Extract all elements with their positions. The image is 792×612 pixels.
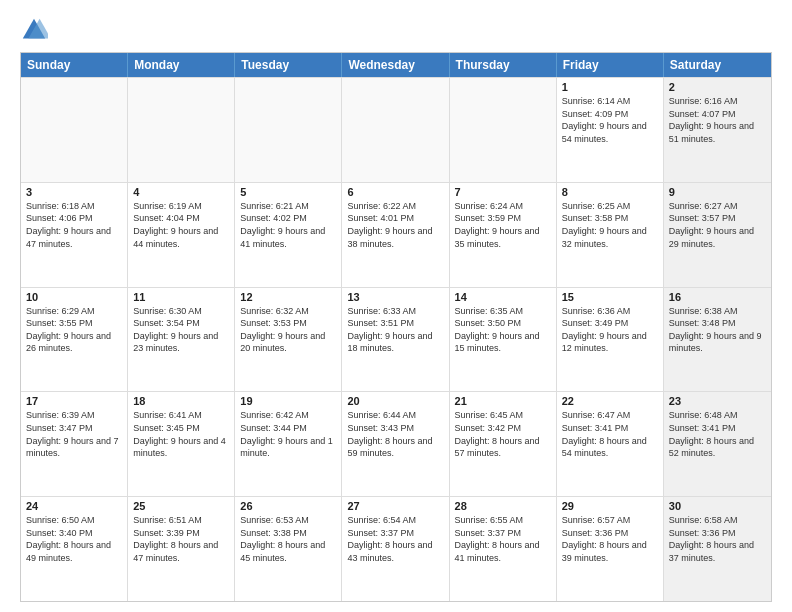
day-number: 10 [26, 291, 122, 303]
calendar-header-cell: Thursday [450, 53, 557, 77]
cell-sun-info: Sunrise: 6:55 AM Sunset: 3:37 PM Dayligh… [455, 514, 551, 564]
cell-sun-info: Sunrise: 6:51 AM Sunset: 3:39 PM Dayligh… [133, 514, 229, 564]
calendar-cell: 6Sunrise: 6:22 AM Sunset: 4:01 PM Daylig… [342, 183, 449, 287]
page: SundayMondayTuesdayWednesdayThursdayFrid… [0, 0, 792, 612]
cell-sun-info: Sunrise: 6:19 AM Sunset: 4:04 PM Dayligh… [133, 200, 229, 250]
calendar-cell: 5Sunrise: 6:21 AM Sunset: 4:02 PM Daylig… [235, 183, 342, 287]
day-number: 13 [347, 291, 443, 303]
logo-icon [20, 16, 48, 44]
calendar-cell: 28Sunrise: 6:55 AM Sunset: 3:37 PM Dayli… [450, 497, 557, 601]
day-number: 11 [133, 291, 229, 303]
cell-sun-info: Sunrise: 6:48 AM Sunset: 3:41 PM Dayligh… [669, 409, 766, 459]
calendar-cell: 29Sunrise: 6:57 AM Sunset: 3:36 PM Dayli… [557, 497, 664, 601]
day-number: 6 [347, 186, 443, 198]
calendar-body: 1Sunrise: 6:14 AM Sunset: 4:09 PM Daylig… [21, 77, 771, 601]
day-number: 18 [133, 395, 229, 407]
day-number: 28 [455, 500, 551, 512]
cell-sun-info: Sunrise: 6:35 AM Sunset: 3:50 PM Dayligh… [455, 305, 551, 355]
cell-sun-info: Sunrise: 6:14 AM Sunset: 4:09 PM Dayligh… [562, 95, 658, 145]
calendar-row: 24Sunrise: 6:50 AM Sunset: 3:40 PM Dayli… [21, 496, 771, 601]
cell-sun-info: Sunrise: 6:41 AM Sunset: 3:45 PM Dayligh… [133, 409, 229, 459]
calendar-cell: 21Sunrise: 6:45 AM Sunset: 3:42 PM Dayli… [450, 392, 557, 496]
calendar-cell: 25Sunrise: 6:51 AM Sunset: 3:39 PM Dayli… [128, 497, 235, 601]
day-number: 9 [669, 186, 766, 198]
day-number: 1 [562, 81, 658, 93]
calendar-cell: 23Sunrise: 6:48 AM Sunset: 3:41 PM Dayli… [664, 392, 771, 496]
cell-sun-info: Sunrise: 6:54 AM Sunset: 3:37 PM Dayligh… [347, 514, 443, 564]
cell-sun-info: Sunrise: 6:32 AM Sunset: 3:53 PM Dayligh… [240, 305, 336, 355]
calendar-cell: 18Sunrise: 6:41 AM Sunset: 3:45 PM Dayli… [128, 392, 235, 496]
day-number: 26 [240, 500, 336, 512]
day-number: 16 [669, 291, 766, 303]
cell-sun-info: Sunrise: 6:47 AM Sunset: 3:41 PM Dayligh… [562, 409, 658, 459]
calendar-header-cell: Tuesday [235, 53, 342, 77]
day-number: 20 [347, 395, 443, 407]
calendar-row: 17Sunrise: 6:39 AM Sunset: 3:47 PM Dayli… [21, 391, 771, 496]
calendar-cell: 12Sunrise: 6:32 AM Sunset: 3:53 PM Dayli… [235, 288, 342, 392]
calendar-cell: 22Sunrise: 6:47 AM Sunset: 3:41 PM Dayli… [557, 392, 664, 496]
header [20, 16, 772, 44]
calendar-row: 1Sunrise: 6:14 AM Sunset: 4:09 PM Daylig… [21, 77, 771, 182]
cell-sun-info: Sunrise: 6:36 AM Sunset: 3:49 PM Dayligh… [562, 305, 658, 355]
day-number: 23 [669, 395, 766, 407]
calendar-cell: 7Sunrise: 6:24 AM Sunset: 3:59 PM Daylig… [450, 183, 557, 287]
calendar-cell: 14Sunrise: 6:35 AM Sunset: 3:50 PM Dayli… [450, 288, 557, 392]
calendar-cell: 11Sunrise: 6:30 AM Sunset: 3:54 PM Dayli… [128, 288, 235, 392]
calendar-cell: 19Sunrise: 6:42 AM Sunset: 3:44 PM Dayli… [235, 392, 342, 496]
calendar-cell [128, 78, 235, 182]
calendar-row: 3Sunrise: 6:18 AM Sunset: 4:06 PM Daylig… [21, 182, 771, 287]
calendar-cell: 13Sunrise: 6:33 AM Sunset: 3:51 PM Dayli… [342, 288, 449, 392]
day-number: 17 [26, 395, 122, 407]
calendar: SundayMondayTuesdayWednesdayThursdayFrid… [20, 52, 772, 602]
day-number: 4 [133, 186, 229, 198]
calendar-cell: 3Sunrise: 6:18 AM Sunset: 4:06 PM Daylig… [21, 183, 128, 287]
cell-sun-info: Sunrise: 6:50 AM Sunset: 3:40 PM Dayligh… [26, 514, 122, 564]
day-number: 27 [347, 500, 443, 512]
day-number: 15 [562, 291, 658, 303]
calendar-header-cell: Sunday [21, 53, 128, 77]
day-number: 21 [455, 395, 551, 407]
calendar-header-cell: Saturday [664, 53, 771, 77]
day-number: 7 [455, 186, 551, 198]
day-number: 25 [133, 500, 229, 512]
calendar-cell: 9Sunrise: 6:27 AM Sunset: 3:57 PM Daylig… [664, 183, 771, 287]
calendar-header-cell: Friday [557, 53, 664, 77]
cell-sun-info: Sunrise: 6:45 AM Sunset: 3:42 PM Dayligh… [455, 409, 551, 459]
day-number: 29 [562, 500, 658, 512]
day-number: 19 [240, 395, 336, 407]
cell-sun-info: Sunrise: 6:29 AM Sunset: 3:55 PM Dayligh… [26, 305, 122, 355]
calendar-row: 10Sunrise: 6:29 AM Sunset: 3:55 PM Dayli… [21, 287, 771, 392]
day-number: 24 [26, 500, 122, 512]
calendar-header-cell: Wednesday [342, 53, 449, 77]
calendar-cell: 30Sunrise: 6:58 AM Sunset: 3:36 PM Dayli… [664, 497, 771, 601]
cell-sun-info: Sunrise: 6:42 AM Sunset: 3:44 PM Dayligh… [240, 409, 336, 459]
day-number: 2 [669, 81, 766, 93]
cell-sun-info: Sunrise: 6:53 AM Sunset: 3:38 PM Dayligh… [240, 514, 336, 564]
cell-sun-info: Sunrise: 6:22 AM Sunset: 4:01 PM Dayligh… [347, 200, 443, 250]
cell-sun-info: Sunrise: 6:57 AM Sunset: 3:36 PM Dayligh… [562, 514, 658, 564]
calendar-cell: 17Sunrise: 6:39 AM Sunset: 3:47 PM Dayli… [21, 392, 128, 496]
logo [20, 16, 52, 44]
cell-sun-info: Sunrise: 6:58 AM Sunset: 3:36 PM Dayligh… [669, 514, 766, 564]
calendar-cell: 16Sunrise: 6:38 AM Sunset: 3:48 PM Dayli… [664, 288, 771, 392]
day-number: 12 [240, 291, 336, 303]
calendar-cell [235, 78, 342, 182]
calendar-cell: 1Sunrise: 6:14 AM Sunset: 4:09 PM Daylig… [557, 78, 664, 182]
calendar-cell [342, 78, 449, 182]
cell-sun-info: Sunrise: 6:44 AM Sunset: 3:43 PM Dayligh… [347, 409, 443, 459]
cell-sun-info: Sunrise: 6:30 AM Sunset: 3:54 PM Dayligh… [133, 305, 229, 355]
calendar-cell: 20Sunrise: 6:44 AM Sunset: 3:43 PM Dayli… [342, 392, 449, 496]
calendar-cell: 4Sunrise: 6:19 AM Sunset: 4:04 PM Daylig… [128, 183, 235, 287]
calendar-header-row: SundayMondayTuesdayWednesdayThursdayFrid… [21, 53, 771, 77]
calendar-header-cell: Monday [128, 53, 235, 77]
cell-sun-info: Sunrise: 6:25 AM Sunset: 3:58 PM Dayligh… [562, 200, 658, 250]
cell-sun-info: Sunrise: 6:33 AM Sunset: 3:51 PM Dayligh… [347, 305, 443, 355]
cell-sun-info: Sunrise: 6:38 AM Sunset: 3:48 PM Dayligh… [669, 305, 766, 355]
calendar-cell: 10Sunrise: 6:29 AM Sunset: 3:55 PM Dayli… [21, 288, 128, 392]
cell-sun-info: Sunrise: 6:16 AM Sunset: 4:07 PM Dayligh… [669, 95, 766, 145]
day-number: 3 [26, 186, 122, 198]
day-number: 30 [669, 500, 766, 512]
cell-sun-info: Sunrise: 6:24 AM Sunset: 3:59 PM Dayligh… [455, 200, 551, 250]
cell-sun-info: Sunrise: 6:18 AM Sunset: 4:06 PM Dayligh… [26, 200, 122, 250]
calendar-cell: 8Sunrise: 6:25 AM Sunset: 3:58 PM Daylig… [557, 183, 664, 287]
